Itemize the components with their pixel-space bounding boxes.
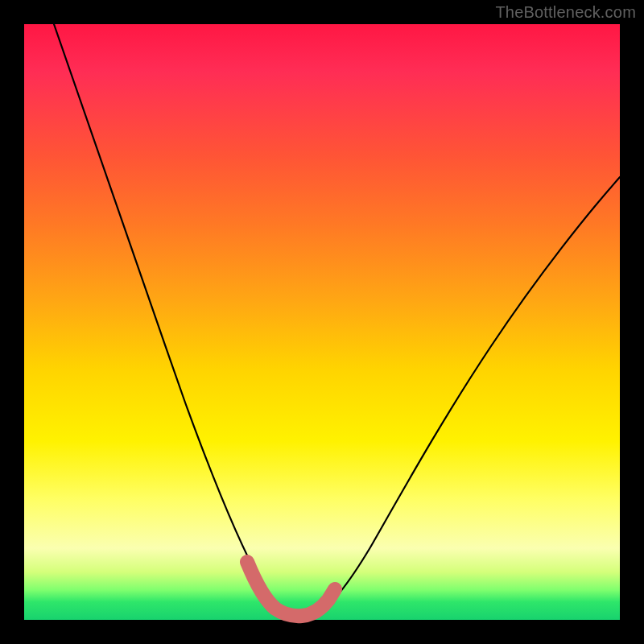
frame: TheBottleneck.com bbox=[0, 0, 644, 644]
plot-area bbox=[24, 24, 620, 620]
curve-overlay bbox=[24, 24, 620, 620]
highlight-segment bbox=[247, 562, 335, 616]
bottleneck-curve bbox=[54, 24, 620, 615]
watermark-text: TheBottleneck.com bbox=[495, 3, 636, 22]
